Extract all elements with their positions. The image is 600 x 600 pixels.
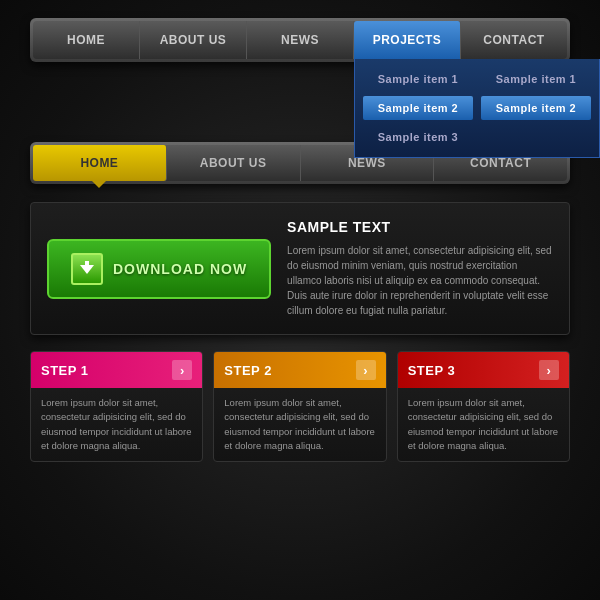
step3-arrow-icon: › xyxy=(539,360,559,380)
nav1-home[interactable]: HOME xyxy=(33,21,140,59)
download-title: SAMPLE TEXT xyxy=(287,219,553,235)
step3-label: STEP 3 xyxy=(408,363,456,378)
dropdown-item-2[interactable]: Sample item 2 xyxy=(363,96,473,120)
step2-label: STEP 2 xyxy=(224,363,272,378)
step1-label: STEP 1 xyxy=(41,363,89,378)
nav2-home[interactable]: HOME xyxy=(33,145,167,181)
download-label: DOWNLOAD NOW xyxy=(113,261,247,277)
dropdown-item-1[interactable]: Sample item 1 xyxy=(363,67,473,91)
download-content: SAMPLE TEXT Lorem ipsum dolor sit amet, … xyxy=(287,219,553,318)
step-card-2: STEP 2 › Lorem ipsum dolor sit amet, con… xyxy=(213,351,386,462)
svg-rect-1 xyxy=(85,261,89,269)
download-panel: DOWNLOAD NOW SAMPLE TEXT Lorem ipsum dol… xyxy=(30,202,570,335)
step1-body: Lorem ipsum dolor sit amet, consectetur … xyxy=(31,388,202,461)
step3-body: Lorem ipsum dolor sit amet, consectetur … xyxy=(398,388,569,461)
nav1-news[interactable]: NEWS xyxy=(247,21,354,59)
nav1-aboutus[interactable]: ABOUT US xyxy=(140,21,247,59)
download-arrow-icon xyxy=(71,253,103,285)
step2-body: Lorem ipsum dolor sit amet, consectetur … xyxy=(214,388,385,461)
steps-row: STEP 1 › Lorem ipsum dolor sit amet, con… xyxy=(30,351,570,462)
step1-header[interactable]: STEP 1 › xyxy=(31,352,202,388)
step-card-1: STEP 1 › Lorem ipsum dolor sit amet, con… xyxy=(30,351,203,462)
step-card-3: STEP 3 › Lorem ipsum dolor sit amet, con… xyxy=(397,351,570,462)
nav1-projects[interactable]: PROJECTS Sample item 1 Sample item 2 Sam… xyxy=(354,21,461,59)
nav1-wrapper: HOME ABOUT US NEWS PROJECTS Sample item … xyxy=(30,18,570,62)
dropdown-item-col2-2[interactable]: Sample item 2 xyxy=(481,96,591,120)
step2-arrow-icon: › xyxy=(356,360,376,380)
download-btn-area: DOWNLOAD NOW xyxy=(47,239,271,299)
step3-header[interactable]: STEP 3 › xyxy=(398,352,569,388)
dropdown-panel: Sample item 1 Sample item 2 Sample item … xyxy=(354,59,600,158)
dropdown-item-col2-1[interactable]: Sample item 1 xyxy=(481,67,591,91)
dropdown-col1: Sample item 1 Sample item 2 Sample item … xyxy=(363,67,473,149)
nav1-contact[interactable]: CONTACT xyxy=(461,21,567,59)
dropdown-item-3[interactable]: Sample item 3 xyxy=(363,125,473,149)
nav2-aboutus[interactable]: ABOUT US xyxy=(167,145,301,181)
download-description: Lorem ipsum dolor sit amet, consectetur … xyxy=(287,243,553,318)
dropdown-col2: Sample item 1 Sample item 2 xyxy=(481,67,591,149)
download-button[interactable]: DOWNLOAD NOW xyxy=(47,239,271,299)
nav1: HOME ABOUT US NEWS PROJECTS Sample item … xyxy=(33,21,567,59)
step2-header[interactable]: STEP 2 › xyxy=(214,352,385,388)
step1-arrow-icon: › xyxy=(172,360,192,380)
